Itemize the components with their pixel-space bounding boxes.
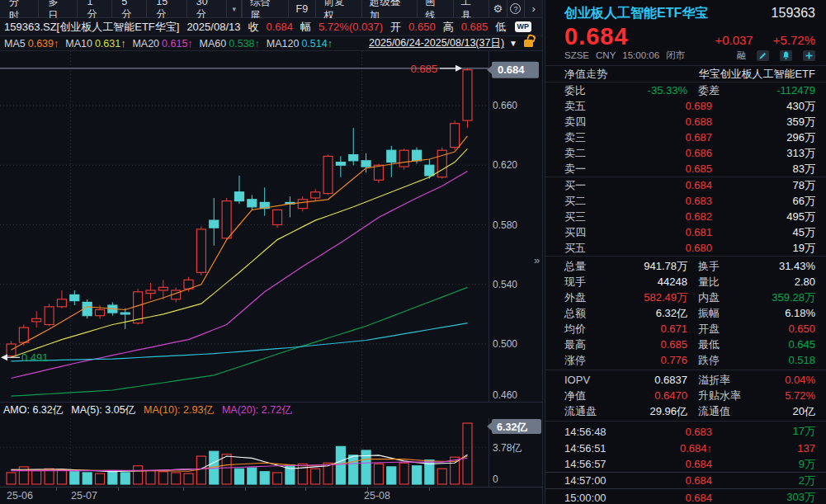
stat-row[interactable]: 总量941.78万换手31.43% <box>545 258 826 274</box>
iopv-row[interactable]: 净值0.6470升贴水率5.72% <box>545 388 826 403</box>
amo-legend-bar: AMO: 6.32亿 MA(5): 3.05亿 MA(10): 2.93亿 MA… <box>0 402 542 418</box>
bid-row[interactable]: 买二0.68366万 <box>545 193 826 209</box>
timeframe-tab-2[interactable]: 1分 <box>78 0 112 17</box>
bid-row[interactable]: 买三0.682495万 <box>545 209 826 224</box>
open-value: 0.650 <box>408 21 436 33</box>
timeframe-tab-3[interactable]: 5分 <box>112 0 147 17</box>
volume-bar-up <box>222 455 231 484</box>
volume-bar-down <box>349 455 358 484</box>
x-axis-tick <box>429 488 430 491</box>
stat-value: 941.78万 <box>611 259 687 274</box>
timeframe-tab-1[interactable]: 多日 <box>39 0 78 17</box>
close-label: 收 <box>248 20 258 35</box>
weicha-label: 委差 <box>698 83 767 98</box>
stat-value: 0.04% <box>767 374 815 386</box>
stat-row[interactable]: 现手44248量比2.80 <box>545 274 826 290</box>
level-label: 卖五 <box>564 99 614 114</box>
candlestick-chart[interactable]: 0.6850.4910.6600.6200.5800.5400.5000.460… <box>0 51 543 402</box>
stat-value: 44248 <box>611 276 687 288</box>
stat-row[interactable]: 外盘582.49万内盘359.28万 <box>545 290 826 305</box>
ask-row[interactable]: 卖三0.687296万 <box>545 130 826 145</box>
toolbar-action-5[interactable]: 工具 <box>453 0 489 17</box>
etf-code: 159363 <box>772 6 815 21</box>
tick-row[interactable]: 14:56:480.68317万 <box>545 423 826 440</box>
ask-row[interactable]: 卖四0.688359万 <box>545 114 826 130</box>
bid-row[interactable]: 买五0.68019万 <box>545 240 826 256</box>
toolbar-action-1[interactable]: F9 <box>288 0 316 17</box>
toolbar-expand-button[interactable]: › <box>524 0 542 17</box>
amo-ma5-label: MA(5): <box>71 404 102 416</box>
x-axis-label: 25-07 <box>71 490 97 502</box>
volume-bar-up <box>184 473 193 484</box>
toolbar-action-0[interactable]: 综合屏 <box>242 0 287 17</box>
stat-value: 582.49万 <box>611 290 687 305</box>
tick-price: 0.684 <box>622 458 712 470</box>
candle-up <box>463 70 472 120</box>
date-range-selector[interactable]: 2025/06/24-2025/08/13(37日) <box>369 36 504 50</box>
stat-value: 6.18% <box>767 307 815 319</box>
open-label: 开 <box>390 20 401 35</box>
iopv-row[interactable]: 流通盘29.96亿流通值20亿 <box>545 403 826 419</box>
volume-bar-up <box>298 464 307 484</box>
volume-tag-pointer <box>487 422 493 431</box>
volume-bar-up <box>374 464 383 484</box>
wp-popup-badge[interactable]: WP <box>515 21 532 32</box>
stat-value: 0.650 <box>767 323 815 335</box>
bid-row[interactable]: 买一0.68478万 <box>545 177 826 193</box>
stat-row[interactable]: 涨停0.776跌停0.518 <box>545 352 826 368</box>
nav-trend-row[interactable]: 净值走势 华宝创业板人工智能ETF <box>545 65 826 82</box>
level-volume: 19万 <box>712 241 815 256</box>
stat-row[interactable]: 最高0.685最低0.645 <box>545 337 826 352</box>
bid-row[interactable]: 买四0.68145万 <box>545 224 826 240</box>
help-button[interactable]: ? <box>507 0 525 17</box>
toolbar-action-3[interactable]: 超级叠加 <box>361 0 418 17</box>
tick-row[interactable]: 14:56:510.684↑137 <box>545 440 826 456</box>
stat-value: 0.6470 <box>611 389 687 402</box>
add-to-watchlist-button[interactable] <box>803 50 815 61</box>
x-axis-tick <box>183 488 184 491</box>
iopv-grid: IOPV0.6837溢折率0.04%净值0.6470升贴水率5.72%流通盘29… <box>545 370 826 422</box>
timeframe-tabs: 分时多日1分5分15分30分 <box>0 0 227 17</box>
level-label: 卖四 <box>564 115 614 130</box>
alert-button[interactable] <box>780 50 792 61</box>
stat-row[interactable]: 均价0.671开盘0.650 <box>545 321 826 337</box>
volume-bar-down <box>336 446 345 484</box>
unlock-icon[interactable] <box>524 40 533 47</box>
candle-up <box>311 192 320 198</box>
volume-bar-up <box>437 469 446 484</box>
volume-chart[interactable]: 6.32亿3.78亿0 <box>0 418 543 487</box>
ma-legend-ma10: MA100.631↑ <box>65 38 125 49</box>
toolbar-action-2[interactable]: 前复权 <box>315 0 361 17</box>
stat-label: IOPV <box>564 374 611 386</box>
ask-row[interactable]: 卖二0.686313万 <box>545 145 826 161</box>
volume-bar-up <box>134 466 143 484</box>
toolbar-action-4[interactable]: 画线 <box>417 0 452 17</box>
level-price: 0.682 <box>614 210 712 223</box>
tick-list: 14:56:480.68317万14:56:510.684↑13714:56:5… <box>545 422 826 504</box>
candle-up <box>57 299 66 307</box>
edit-note-button[interactable] <box>757 50 769 61</box>
nav-trend-label: 净值走势 <box>564 67 607 82</box>
volume-y-label: 0 <box>493 473 498 485</box>
stat-row[interactable]: 总额6.32亿振幅6.18% <box>545 305 826 321</box>
ask-row[interactable]: 卖五0.689430万 <box>545 98 826 114</box>
date-range-dropdown[interactable]: ▼ <box>509 39 517 48</box>
volume-bar-up <box>57 469 66 484</box>
ask-row[interactable]: 卖一0.68583万 <box>545 161 826 177</box>
stat-value: 2.80 <box>767 276 815 288</box>
ma-legend-items: MA50.639↑MA100.631↑MA200.615↑MA600.538↑M… <box>4 38 333 49</box>
timeframe-tab-0[interactable]: 分时 <box>0 0 39 17</box>
volume-y-label: 3.78亿 <box>493 442 522 454</box>
tick-row[interactable]: 14:56:570.6849万 <box>545 456 826 473</box>
timeframe-tab-5[interactable]: 30分 <box>187 0 228 17</box>
panel-collapse-handle[interactable]: » <box>534 254 540 266</box>
stat-label: 均价 <box>564 322 611 337</box>
settings-button[interactable]: ⚙ <box>489 0 507 17</box>
timeframe-tab-4[interactable]: 15分 <box>147 0 187 17</box>
stat-label: 换手 <box>698 259 767 274</box>
timeframe-dropdown[interactable]: ▾ <box>227 0 242 17</box>
iopv-row[interactable]: IOPV0.6837溢折率0.04% <box>545 372 826 388</box>
tick-row[interactable]: 15:00:000.684303万 <box>545 489 826 504</box>
level-price: 0.687 <box>614 131 712 144</box>
tick-row[interactable]: 14:57:000.6842万 <box>545 473 826 489</box>
